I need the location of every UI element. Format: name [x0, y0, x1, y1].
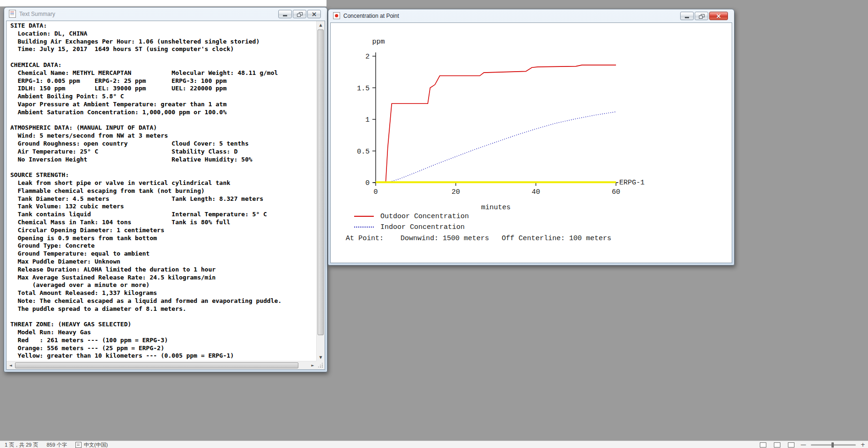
text-summary-line: Opening is 0.9 meters from tank bottom — [10, 235, 317, 242]
resize-grip[interactable] — [317, 361, 325, 369]
horizontal-scrollbar[interactable]: ◄ ► — [7, 361, 317, 369]
minimize-icon — [685, 17, 689, 18]
text-summary-line: Release Duration: ALOHA limited the dura… — [10, 266, 317, 274]
legend-indoor-label: Indoor Concentration — [380, 223, 465, 231]
y-tick-label: 2 — [365, 53, 370, 61]
legend-indoor-swatch — [354, 227, 374, 228]
text-summary-line: Air Temperature: 25° C Stability Class: … — [10, 148, 317, 156]
text-summary-line: Tank Diameter: 4.5 meters Tank Length: 8… — [10, 195, 317, 203]
view-read-icon — [760, 442, 766, 448]
text-summary-line: Total Amount Released: 1,337 kilograms — [10, 289, 317, 297]
text-summary-line: Ambient Boiling Point: 5.8° C — [10, 93, 317, 101]
close-button[interactable]: × — [307, 10, 321, 18]
text-summary-caption-buttons: × — [278, 10, 321, 18]
x-tick-label: 0 — [373, 188, 378, 196]
text-summary-line — [10, 53, 317, 61]
view-mode-read-button[interactable] — [758, 442, 768, 448]
zoom-in-button[interactable]: + — [861, 441, 865, 448]
text-summary-line: Note: The chemical escaped as a liquid a… — [10, 297, 317, 305]
y-tick-label: 0.5 — [357, 148, 370, 156]
vertical-scroll-track[interactable] — [317, 29, 325, 353]
minimize-button[interactable] — [278, 10, 292, 18]
text-summary-line: Ambient Saturation Concentration: 1,000,… — [10, 109, 317, 117]
horizontal-scroll-track[interactable] — [15, 361, 309, 369]
scroll-down-icon[interactable]: ▼ — [317, 353, 325, 361]
text-summary-content: SITE DATA: Location: DL, CHINA Building … — [6, 21, 325, 370]
minimize-button[interactable] — [680, 12, 694, 20]
word-count[interactable]: 859 个字 — [47, 441, 67, 448]
scroll-up-icon[interactable]: ▲ — [317, 21, 325, 29]
text-summary-window: Text Summary × SITE DATA: Location: DL, … — [4, 7, 327, 372]
desktop: Text Summary × SITE DATA: Location: DL, … — [0, 0, 868, 448]
x-tick-label: 40 — [532, 188, 540, 196]
text-summary-line — [10, 163, 317, 171]
text-summary-line: Time: July 15, 2017 1649 hours ST (using… — [10, 45, 317, 53]
x-axis-label: minutes — [481, 204, 511, 212]
zoom-slider-thumb[interactable] — [831, 442, 834, 448]
zoom-out-button[interactable]: — — [801, 441, 806, 448]
y-axis-label: ppm — [372, 38, 385, 46]
text-summary-line: Orange: 556 meters --- (25 ppm = ERPG-2) — [10, 345, 317, 353]
language-label: 中文(中国) — [84, 441, 108, 448]
page-info[interactable]: 1 页，共 29 页 — [5, 441, 38, 448]
text-summary-line: Ground Type: Concrete — [10, 242, 317, 250]
vertical-scroll-thumb[interactable] — [318, 29, 324, 335]
text-summary-line: Location: DL, CHINA — [10, 30, 317, 38]
text-summary-title: Text Summary — [19, 11, 55, 17]
concentration-titlebar[interactable]: Concentration at Point — [328, 9, 734, 22]
text-summary-line: ATMOSPHERIC DATA: (MANUAL INPUT OF DATA) — [10, 124, 317, 132]
view-mode-web-button[interactable] — [786, 442, 796, 448]
text-summary-line: Leak from short pipe or valve in vertica… — [10, 179, 317, 187]
zoom-slider[interactable] — [811, 444, 856, 446]
text-summary-line: Chemical Mass in Tank: 104 tons Tank is … — [10, 219, 317, 227]
indoor-concentration-line — [388, 112, 616, 183]
text-summary-line: No Inversion Height Relative Humidity: 5… — [10, 156, 317, 164]
outdoor-concentration-line — [376, 65, 616, 183]
concentration-window: Concentration at Point × 00.511.52020406… — [328, 9, 734, 265]
restore-button[interactable] — [695, 12, 708, 20]
y-tick-label: 0 — [365, 179, 370, 187]
text-summary-line: Ground Roughness: open country Cloud Cov… — [10, 140, 317, 148]
text-summary-line: Tank contains liquid Internal Temperatur… — [10, 211, 317, 219]
scroll-right-icon[interactable]: ► — [309, 361, 317, 369]
text-summary-line — [10, 313, 317, 321]
x-tick-label: 60 — [612, 188, 620, 196]
text-summary-line: Vapor Pressure at Ambient Temperature: g… — [10, 101, 317, 109]
x-tick-label: 20 — [452, 188, 460, 196]
view-web-icon — [788, 442, 794, 448]
text-summary-line: Red : 261 meters --- (100 ppm = ERPG-3) — [10, 337, 317, 345]
scroll-left-icon[interactable]: ◄ — [7, 361, 15, 369]
close-icon: × — [716, 13, 721, 19]
horizontal-scroll-thumb[interactable] — [15, 362, 298, 368]
concentration-caption-buttons: × — [680, 12, 728, 20]
at-point-info: At Point: Downwind: 1500 meters Off Cent… — [346, 235, 611, 242]
text-summary-line: Max Average Sustained Release Rate: 24.5… — [10, 274, 317, 282]
text-summary-line: Tank Volume: 132 cubic meters — [10, 203, 317, 211]
text-summary-line: Model Run: Heavy Gas — [10, 329, 317, 337]
text-summary-line: Circular Opening Diameter: 1 centimeters — [10, 227, 317, 235]
text-summary-text: SITE DATA: Location: DL, CHINA Building … — [7, 21, 317, 361]
vertical-scrollbar[interactable]: ▲ ▼ — [316, 21, 325, 361]
status-left: 1 页，共 29 页 859 个字 中文(中国) — [0, 441, 108, 448]
text-summary-line: CHEMICAL DATA: — [10, 61, 317, 69]
restore-button[interactable] — [293, 10, 306, 18]
restore-icon — [699, 14, 704, 18]
language-indicator[interactable]: 中文(中国) — [75, 441, 108, 448]
text-summary-line: The puddle spread to a diameter of 8.1 m… — [10, 305, 317, 313]
text-summary-line: Chemical Name: METHYL MERCAPTAN Molecula… — [10, 69, 317, 77]
restore-icon — [297, 12, 302, 16]
text-summary-line: ERPG-1: 0.005 ppm ERPG-2: 25 ppm ERPG-3:… — [10, 77, 317, 85]
view-mode-print-button[interactable] — [772, 442, 782, 448]
text-summary-line: Yellow: greater than 10 kilometers --- (… — [10, 352, 317, 360]
erpg-1-label: ERPG-1 — [619, 179, 645, 187]
y-tick-label: 1 — [365, 116, 370, 124]
text-summary-line: Flammable chemical escaping from tank (n… — [10, 187, 317, 195]
close-button[interactable]: × — [709, 12, 728, 20]
text-summary-line: SOURCE STRENGTH: — [10, 171, 317, 179]
view-print-icon — [774, 442, 780, 448]
text-summary-line: Ground Temperature: equal to ambient — [10, 250, 317, 258]
text-summary-line: IDLH: 150 ppm LEL: 39000 ppm UEL: 220000… — [10, 85, 317, 93]
legend-row-indoor: Indoor Concentration — [354, 223, 465, 231]
text-summary-line — [10, 117, 317, 125]
text-summary-window-icon — [9, 10, 16, 18]
